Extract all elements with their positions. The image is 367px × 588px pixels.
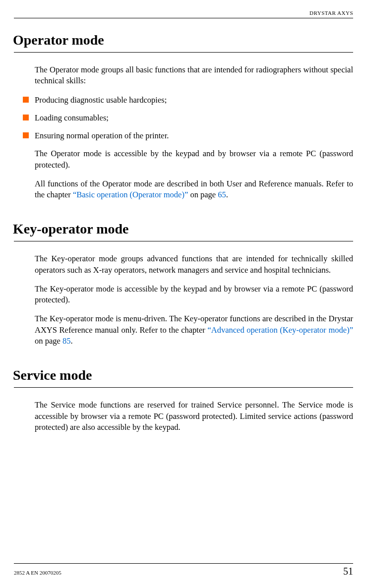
bullet-list: Producing diagnostic usable hardcopies; … bbox=[14, 95, 353, 142]
header-rule bbox=[14, 18, 353, 18]
paragraph: The Key-operator mode is menu-driven. Th… bbox=[35, 313, 353, 347]
page-number: 51 bbox=[343, 566, 353, 577]
section-title-operator-mode: Operator mode bbox=[13, 32, 353, 48]
xref-page-link[interactable]: 85 bbox=[62, 336, 71, 346]
section-rule bbox=[14, 241, 353, 241]
list-item: Loading consumables; bbox=[14, 113, 353, 123]
section-rule bbox=[14, 387, 353, 388]
section-title-service-mode: Service mode bbox=[13, 367, 353, 383]
paragraph: The Operator mode groups all basic funct… bbox=[35, 64, 353, 87]
paragraph: The Service mode functions are reserved … bbox=[35, 400, 353, 433]
paragraph: The Key-operator mode is accessible by t… bbox=[35, 284, 353, 306]
xref-link-basic-operation[interactable]: “Basic operation (Operator mode)” bbox=[73, 190, 188, 199]
section-title-key-operator-mode: Key-operator mode bbox=[13, 221, 353, 237]
paragraph: The Key-operator mode groups advanced fu… bbox=[35, 253, 353, 276]
footer-rule bbox=[14, 563, 353, 564]
paragraph: The Operator mode is accessible by the k… bbox=[35, 148, 353, 171]
document-id: 2852 A EN 20070205 bbox=[14, 570, 61, 576]
footer: 2852 A EN 20070205 51 bbox=[14, 563, 353, 577]
header-product: DRYSTAR AXYS bbox=[14, 10, 353, 16]
list-item: Producing diagnostic usable hardcopies; bbox=[14, 95, 353, 106]
paragraph: All functions of the Operator mode are d… bbox=[35, 178, 353, 201]
section-rule bbox=[14, 52, 353, 53]
list-item: Ensuring normal operation of the printer… bbox=[14, 130, 353, 141]
xref-link-advanced-operation[interactable]: “Advanced operation (Key-operator mode)” bbox=[207, 325, 353, 335]
xref-page-link[interactable]: 65 bbox=[218, 190, 226, 199]
